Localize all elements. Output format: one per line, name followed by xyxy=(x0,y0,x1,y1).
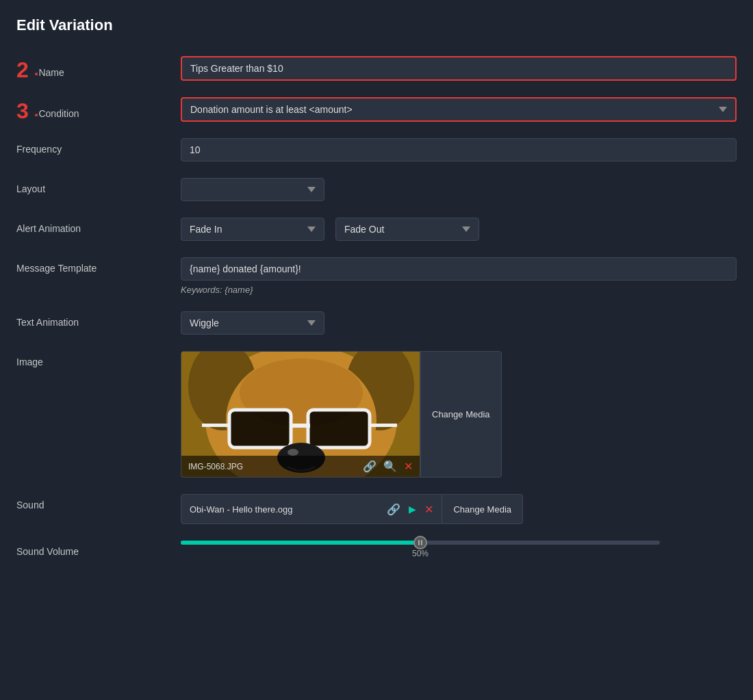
animation-in-select[interactable]: Fade In Slide In Bounce In xyxy=(181,218,324,241)
layout-label: Layout xyxy=(16,178,181,194)
animation-out-select[interactable]: Fade Out Slide Out Bounce Out xyxy=(335,218,479,241)
sound-row: Sound Obi-Wan - Hello there.ogg 🔗 ▶ ✕ Ch… xyxy=(16,494,737,524)
layout-row: Layout Default Horizontal Vertical xyxy=(16,178,737,201)
frequency-label: Frequency xyxy=(16,138,181,155)
volume-slider-container: 50% xyxy=(181,541,660,558)
image-footer: IMG-5068.JPG 🔗 🔍 ✕ xyxy=(181,456,420,477)
image-row: Image xyxy=(16,351,737,478)
sound-remove-icon[interactable]: ✕ xyxy=(424,503,433,516)
name-input[interactable] xyxy=(181,56,737,81)
sound-volume-field-wrap: 50% xyxy=(181,541,737,558)
name-step-number: 2 xyxy=(16,59,29,81)
image-filename: IMG-5068.JPG xyxy=(188,462,243,471)
message-template-row: Message Template Keywords: {name} xyxy=(16,257,737,295)
svg-rect-6 xyxy=(229,410,291,448)
svg-rect-9 xyxy=(202,424,231,427)
sound-label: Sound xyxy=(16,494,181,510)
slider-fill xyxy=(181,541,420,545)
sound-volume-label: Sound Volume xyxy=(16,541,181,557)
alert-animation-field-wrap: Fade In Slide In Bounce In Fade Out Slid… xyxy=(181,218,737,241)
keywords-text: Keywords: {name} xyxy=(181,285,737,295)
thumb-line-right xyxy=(421,540,422,545)
text-animation-select[interactable]: Wiggle None Shake Bounce xyxy=(181,311,324,335)
slider-thumb-inner xyxy=(418,540,422,545)
image-label: Image xyxy=(16,351,181,367)
sound-action-buttons: 🔗 ▶ ✕ xyxy=(387,503,433,516)
page-title: Edit Variation xyxy=(16,16,737,34)
name-step-indicator: 2 . Name xyxy=(16,56,181,81)
message-template-input[interactable] xyxy=(181,257,737,281)
image-action-buttons: 🔗 🔍 ✕ xyxy=(363,460,413,473)
message-template-label: Message Template xyxy=(16,257,181,274)
thumb-line-left xyxy=(418,540,420,545)
text-animation-field-wrap: Wiggle None Shake Bounce xyxy=(181,311,737,335)
condition-select[interactable]: Donation amount is at least <amount> Alw… xyxy=(181,97,737,122)
svg-rect-8 xyxy=(290,424,310,428)
image-container: IMG-5068.JPG 🔗 🔍 ✕ Change Media xyxy=(181,351,737,478)
sound-container: Obi-Wan - Hello there.ogg 🔗 ▶ ✕ Change M… xyxy=(181,494,523,524)
name-row: 2 . Name xyxy=(16,56,737,81)
sound-volume-row: Sound Volume 50% xyxy=(16,541,737,558)
text-animation-label: Text Animation xyxy=(16,311,181,328)
alert-animation-label: Alert Animation xyxy=(16,218,181,234)
slider-thumb[interactable] xyxy=(413,536,427,549)
animation-selects: Fade In Slide In Bounce In Fade Out Slid… xyxy=(181,218,737,241)
frequency-field-wrap xyxy=(181,138,737,161)
condition-step-dot: . xyxy=(34,103,39,119)
layout-field-wrap: Default Horizontal Vertical xyxy=(181,178,737,201)
svg-point-12 xyxy=(288,449,298,456)
name-field-wrap xyxy=(181,56,737,81)
condition-field-wrap: Donation amount is at least <amount> Alw… xyxy=(181,97,737,122)
message-template-field-wrap: Keywords: {name} xyxy=(181,257,737,295)
text-animation-row: Text Animation Wiggle None Shake Bounce xyxy=(16,311,737,335)
sound-info: Obi-Wan - Hello there.ogg 🔗 ▶ ✕ xyxy=(181,494,442,524)
alert-animation-row: Alert Animation Fade In Slide In Bounce … xyxy=(16,218,737,241)
frequency-input[interactable] xyxy=(181,138,737,161)
condition-row: 3 . Condition Donation amount is at leas… xyxy=(16,97,737,122)
sound-filename: Obi-Wan - Hello there.ogg xyxy=(190,504,293,515)
sound-field-wrap: Obi-Wan - Hello there.ogg 🔗 ▶ ✕ Change M… xyxy=(181,494,737,524)
sound-play-icon[interactable]: ▶ xyxy=(409,504,416,515)
volume-percent-label: 50% xyxy=(181,549,660,558)
image-change-media-button[interactable]: Change Media xyxy=(420,351,502,478)
image-preview: IMG-5068.JPG 🔗 🔍 ✕ xyxy=(181,351,420,478)
svg-rect-10 xyxy=(368,424,397,427)
name-label: Name xyxy=(38,62,203,78)
svg-rect-7 xyxy=(308,410,370,448)
sound-link-icon[interactable]: 🔗 xyxy=(387,503,400,516)
image-field-wrap: IMG-5068.JPG 🔗 🔍 ✕ Change Media xyxy=(181,351,737,478)
image-zoom-icon[interactable]: 🔍 xyxy=(383,460,397,473)
layout-select[interactable]: Default Horizontal Vertical xyxy=(181,178,324,201)
condition-label: Condition xyxy=(38,103,203,119)
condition-step-indicator: 3 . Condition xyxy=(16,97,181,122)
sound-change-media-button[interactable]: Change Media xyxy=(442,494,523,524)
frequency-row: Frequency xyxy=(16,138,737,161)
image-remove-icon[interactable]: ✕ xyxy=(404,460,413,473)
condition-step-number: 3 xyxy=(16,100,29,122)
image-link-icon[interactable]: 🔗 xyxy=(363,460,376,473)
name-step-dot: . xyxy=(34,62,39,78)
slider-track xyxy=(181,541,660,545)
